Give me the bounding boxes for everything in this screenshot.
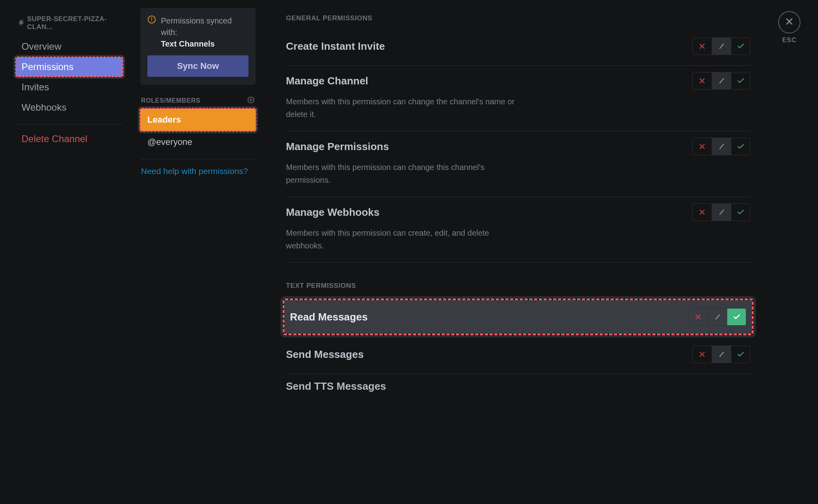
- perm-allow-button[interactable]: [731, 204, 750, 221]
- tristate-manage-channel: [692, 72, 750, 90]
- sidebar-item-overview[interactable]: Overview: [16, 37, 123, 56]
- perm-neutral-button[interactable]: [712, 72, 731, 89]
- perm-neutral-button[interactable]: [712, 346, 731, 363]
- sync-target: Text Channels: [161, 39, 215, 48]
- sidebar-item-label: Webhooks: [22, 102, 67, 113]
- perm-title: Send TTS Messages: [286, 380, 386, 393]
- perm-allow-button[interactable]: [727, 309, 746, 325]
- perm-neutral-button[interactable]: [708, 309, 727, 325]
- roles-header-label: ROLES/MEMBERS: [141, 97, 200, 104]
- section-general-label: GENERAL PERMISSIONS: [286, 14, 750, 22]
- perm-manage-channel: Manage Channel Members with this permiss…: [286, 66, 750, 131]
- tristate-read-messages: [688, 308, 746, 326]
- add-role-icon[interactable]: [247, 96, 255, 105]
- sidebar-item-invites[interactable]: Invites: [16, 78, 123, 97]
- perm-title: Send Messages: [286, 348, 364, 361]
- permissions-main: GENERAL PERMISSIONS Create Instant Invit…: [264, 0, 818, 504]
- perm-neutral-button[interactable]: [712, 38, 731, 55]
- hash-icon: [18, 19, 25, 28]
- perm-desc: Members with this permission can change …: [286, 161, 517, 186]
- close-icon: [785, 17, 794, 27]
- tristate-manage-permissions: [692, 138, 750, 155]
- perm-desc: Members with this permission can create,…: [286, 227, 517, 252]
- perm-send-messages: Send Messages: [286, 339, 750, 374]
- perm-neutral-button[interactable]: [712, 204, 731, 221]
- permissions-sync-box: Permissions synced with: Text Channels S…: [140, 8, 256, 85]
- settings-sidebar: SUPER-SECRET-PIZZA-CLAN... Overview Perm…: [0, 0, 131, 504]
- channel-settings-overlay: SUPER-SECRET-PIZZA-CLAN... Overview Perm…: [0, 0, 818, 504]
- perm-deny-button[interactable]: [693, 346, 712, 363]
- roles-column: Permissions synced with: Text Channels S…: [131, 0, 264, 504]
- perm-manage-webhooks: Manage Webhooks Members with this permis…: [286, 197, 750, 263]
- perm-deny-button[interactable]: [693, 204, 712, 221]
- role-item-leaders[interactable]: Leaders: [140, 109, 256, 131]
- tristate-create-invite: [692, 37, 750, 55]
- perm-title: Manage Webhooks: [286, 206, 380, 219]
- close-box: ESC: [778, 11, 800, 44]
- sidebar-divider: [16, 124, 123, 125]
- role-label: Leaders: [147, 115, 181, 125]
- sidebar-item-webhooks[interactable]: Webhooks: [16, 98, 123, 117]
- perm-title: Create Instant Invite: [286, 40, 385, 53]
- perm-allow-button[interactable]: [731, 138, 750, 155]
- tristate-manage-webhooks: [692, 203, 750, 221]
- perm-deny-button[interactable]: [689, 309, 708, 325]
- channel-title: SUPER-SECRET-PIZZA-CLAN...: [16, 8, 124, 36]
- sidebar-item-label: Overview: [22, 41, 61, 52]
- section-text-label: TEXT PERMISSIONS: [286, 282, 750, 290]
- perm-manage-permissions: Manage Permissions Members with this per…: [286, 131, 750, 197]
- perm-allow-button[interactable]: [731, 72, 750, 89]
- close-button[interactable]: [778, 11, 800, 33]
- role-item-everyone[interactable]: @everyone: [140, 131, 256, 153]
- roles-header: ROLES/MEMBERS: [140, 96, 256, 105]
- perm-title: Manage Permissions: [286, 141, 389, 153]
- sidebar-item-permissions[interactable]: Permissions: [16, 57, 123, 76]
- delete-channel-button[interactable]: Delete Channel: [16, 129, 124, 148]
- sidebar-item-label: Permissions: [22, 61, 74, 72]
- highlight-read-messages: Read Messages: [283, 299, 753, 335]
- perm-send-tts: Send TTS Messages: [286, 374, 750, 393]
- esc-label: ESC: [782, 37, 796, 44]
- perm-create-invite: Create Instant Invite: [286, 31, 750, 66]
- perm-deny-button[interactable]: [693, 72, 712, 89]
- perm-divider: [286, 262, 750, 263]
- perm-neutral-button[interactable]: [712, 138, 731, 155]
- perm-deny-button[interactable]: [693, 38, 712, 55]
- sync-text: Permissions synced with: Text Channels: [161, 15, 249, 50]
- warning-icon: [147, 15, 156, 25]
- sidebar-item-label: Invites: [22, 82, 49, 92]
- tristate-send-messages: [692, 346, 750, 363]
- sync-now-button[interactable]: Sync Now: [147, 55, 249, 77]
- perm-allow-button[interactable]: [731, 38, 750, 55]
- perm-read-messages: Read Messages: [284, 300, 752, 334]
- perm-deny-button[interactable]: [693, 138, 712, 155]
- role-label: @everyone: [147, 137, 192, 147]
- perm-title: Read Messages: [290, 311, 368, 323]
- perm-allow-button[interactable]: [731, 346, 750, 363]
- perm-desc: Members with this permission can change …: [286, 95, 517, 121]
- roles-divider: [140, 159, 256, 159]
- channel-title-text: SUPER-SECRET-PIZZA-CLAN...: [27, 15, 123, 31]
- sync-line: Permissions synced with:: [161, 16, 232, 37]
- perm-title: Manage Channel: [286, 75, 368, 87]
- permissions-help-link[interactable]: Need help with permissions?: [140, 165, 256, 178]
